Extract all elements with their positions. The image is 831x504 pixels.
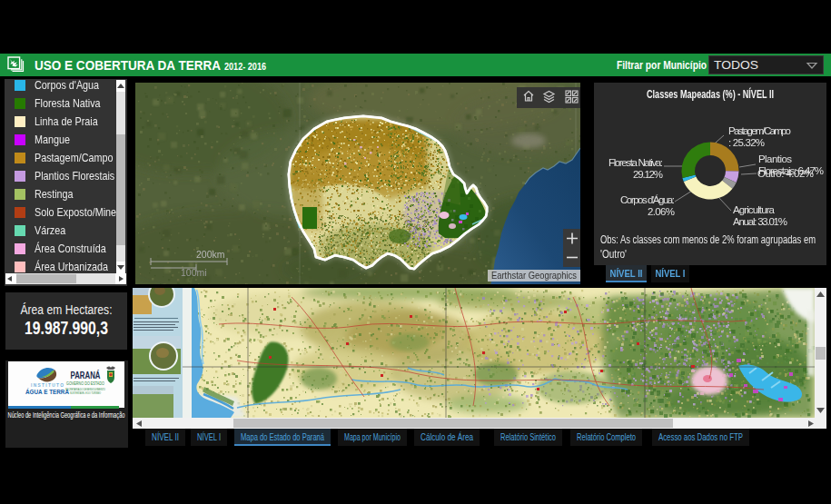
svg-text:I N S T I T U T O: I N S T I T U T O [31,382,64,388]
svg-text:NÍVEL II: NÍVEL II [152,431,179,442]
svg-text:Acesso aos Dados no FTP: Acesso aos Dados no FTP [658,431,743,442]
svg-text:Pastagem/Campo: Pastagem/Campo [728,125,791,136]
svg-text:100mi: 100mi [181,267,207,278]
svg-text:200km: 200km [196,249,225,260]
svg-text:Plantios: Plantios [758,153,792,164]
svg-text:Anual: 33.01%: Anual: 33.01% [733,216,787,227]
svg-text:USO E COBERTURA DA TERRA: USO E COBERTURA DA TERRA [35,57,221,73]
svg-text:PARANÁ: PARANÁ [71,370,101,380]
svg-text:Filtrar por Município: Filtrar por Município [617,58,707,72]
svg-text:NÍVEL I: NÍVEL I [656,268,686,279]
svg-text:NÍVEL II: NÍVEL II [610,268,643,279]
svg-text:Earthstar Geographics: Earthstar Geographics [491,270,577,281]
svg-text:Área em Hectares:: Área em Hectares: [21,302,113,317]
svg-text:Relatório Completo: Relatório Completo [577,431,636,442]
svg-text:2012- 2016: 2012- 2016 [224,61,266,72]
svg-text:GOVERNO DO ESTADO: GOVERNO DO ESTADO [66,380,104,386]
svg-text:2.06%: 2.06% [648,206,675,217]
svg-text:Mapa do Estado do Paraná: Mapa do Estado do Paraná [241,431,325,442]
svg-text:Cálculo de Área: Cálculo de Área [420,431,474,442]
svg-text:'Outro': 'Outro' [600,248,627,261]
svg-text:SUSTENTÁVEL E DO TURISMO: SUSTENTÁVEL E DO TURISMO [70,391,101,395]
svg-text:29.12%: 29.12% [633,169,663,180]
svg-text:NÍVEL I: NÍVEL I [197,431,221,442]
svg-text:Relatório Sintético: Relatório Sintético [500,431,556,442]
svg-text:Mapa por Município: Mapa por Município [344,431,401,442]
svg-text:19.987.990,3: 19.987.990,3 [25,317,108,338]
svg-text:Outro: 4.02%: Outro: 4.02% [757,168,814,179]
svg-text:: 25.32%: : 25.32% [728,137,765,148]
svg-text:ÁGUA E TERRA: ÁGUA E TERRA [25,388,69,396]
svg-text:Floresta Nativa:: Floresta Nativa: [608,157,663,168]
svg-text:Corpos d'Água:: Corpos d'Água: [620,194,675,205]
svg-text:TODOS: TODOS [714,58,758,72]
svg-text:Núcleo de Inteligência Geográf: Núcleo de Inteligência Geográfica e da I… [8,410,125,420]
svg-text:Obs: As classes com menos de 2: Obs: As classes com menos de 2% foram ag… [600,233,816,246]
svg-text:Classes Mapeadas (%) - NÍVEL I: Classes Mapeadas (%) - NÍVEL II [647,87,774,101]
svg-text:Agricultura: Agricultura [733,204,776,215]
